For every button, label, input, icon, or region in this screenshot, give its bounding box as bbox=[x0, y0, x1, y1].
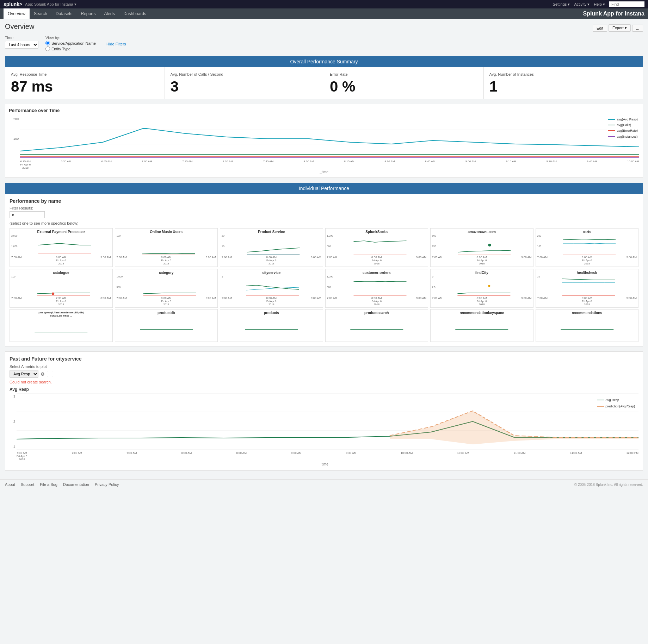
svg-point-4 bbox=[488, 244, 491, 246]
mini-chart-productdb[interactable]: productdb bbox=[115, 309, 218, 342]
chart-svg-amazonaws bbox=[437, 235, 532, 256]
instances-label: Avg. Number of Instances bbox=[489, 72, 637, 76]
filter-results-label: Filter Results: bbox=[10, 206, 638, 210]
edit-button[interactable]: Edit bbox=[593, 25, 607, 32]
mini-chart-findcity[interactable]: findCity 5 2.5 7:00 AM8:00 AM9:00 AM Fri… bbox=[430, 269, 533, 308]
view-options: Service/Application Name Entity Type bbox=[45, 41, 96, 51]
nav-datasets[interactable]: Datasets bbox=[51, 8, 76, 19]
mini-chart-customer-orders[interactable]: customer-orders 1,000 500 7:00 AM8:00 AM… bbox=[325, 269, 428, 308]
chart-svg-customer-orders bbox=[334, 275, 426, 296]
more-button[interactable]: ... bbox=[632, 25, 643, 32]
nav-alerts[interactable]: Alerts bbox=[100, 8, 119, 19]
nav-reports[interactable]: Reports bbox=[76, 8, 100, 19]
filter-input[interactable] bbox=[10, 211, 45, 218]
mini-charts-grid: External Payment Processor 2,000 1,000 7… bbox=[10, 228, 638, 308]
activity-menu[interactable]: Activity ▾ bbox=[574, 2, 590, 7]
y-axis-labels: 200 100 bbox=[9, 116, 19, 158]
export-button[interactable]: Export ▾ bbox=[609, 24, 631, 32]
metric-select-label: Select A metric to plot bbox=[10, 364, 638, 369]
chart-svg-external-payment bbox=[18, 235, 111, 256]
mini-chart-online-music[interactable]: Online Music Users 100 7:00 AM8:00 AM9:0… bbox=[115, 228, 218, 267]
nav-overview[interactable]: Overview bbox=[4, 8, 30, 19]
chart-svg-healthcheck bbox=[541, 275, 637, 296]
mini-chart-amazonaws[interactable]: amazonaws.com 500 250 7:00 AM8:00 AM9:00… bbox=[430, 228, 533, 267]
big-chart-x-title: _time bbox=[10, 462, 638, 466]
chart-svg-splunksocks bbox=[334, 235, 426, 256]
x-axis-labels: 6:15 AMFri Apr 62018 6:30 AM 6:45 AM 7:0… bbox=[9, 160, 639, 169]
mini-chart-carts[interactable]: carts 200 100 7:00 AM8:00 AM9:00 AM Fri … bbox=[536, 228, 639, 267]
app-name[interactable]: App: Splunk App for Instana ▾ bbox=[25, 2, 76, 7]
find-input[interactable] bbox=[609, 1, 644, 7]
mini-chart-products[interactable]: products bbox=[220, 309, 323, 342]
mini-chart-recommendationkeyspace[interactable]: recommendationkeyspace bbox=[430, 309, 533, 342]
settings-menu[interactable]: Settings ▾ bbox=[553, 2, 570, 7]
error-rate-value: 0 % bbox=[330, 79, 478, 94]
footer-privacy[interactable]: Privacy Policy bbox=[95, 482, 119, 487]
legend-prediction: prediction(Avg Resp) bbox=[597, 403, 635, 409]
mini-chart-category[interactable]: category 1,000 500 7:00 AM8:00 AM9:00 AM… bbox=[115, 269, 218, 308]
view-by-label: View by: bbox=[45, 36, 96, 40]
metric-select-row: Avg Resp ⚙ − bbox=[10, 370, 638, 378]
individual-performance-header: Individual Performance bbox=[5, 183, 643, 194]
avg-resp-label: Avg Resp bbox=[10, 387, 638, 392]
svg-point-6 bbox=[488, 285, 490, 287]
top-bar: splunk> App: Splunk App for Instana ▾ Se… bbox=[0, 0, 648, 8]
x-axis-title: _time bbox=[9, 170, 639, 174]
mini-chart-catalogue[interactable]: catalogue 100 7:00 AM7:30 AM8:00 AM Fri … bbox=[10, 269, 113, 308]
perf-card-instances: Avg. Number of Instances 1 bbox=[484, 67, 643, 99]
top-bar-right: Settings ▾ Activity ▾ Help ▾ bbox=[553, 1, 644, 7]
main-content: Overview Edit Export ▾ ... Time Last 4 h… bbox=[0, 19, 648, 479]
mini-chart-recommendations[interactable]: recommendations bbox=[536, 309, 639, 342]
mini-chart-product-service[interactable]: Product Service 20 10 7:00 AM8:00 AM9:00… bbox=[220, 228, 323, 267]
legend-avg-calls: avg(Calls) bbox=[608, 122, 638, 128]
footer-support[interactable]: Support bbox=[21, 482, 35, 487]
view-by-filter: View by: Service/Application Name Entity… bbox=[45, 36, 96, 51]
minus-button[interactable]: − bbox=[47, 371, 53, 377]
perf-card-error-rate: Error Rate 0 % bbox=[324, 67, 484, 99]
select-hint: (select one to see more specifics below) bbox=[10, 221, 638, 225]
filters-row: Time Last 4 hours View by: Service/Appli… bbox=[5, 36, 643, 51]
hide-filters-link[interactable]: Hide Filters bbox=[106, 42, 126, 46]
chart-svg-carts bbox=[542, 235, 637, 256]
nav-dashboards[interactable]: Dashboards bbox=[119, 8, 150, 19]
big-chart-area: Avg Resp prediction(Avg Resp) bbox=[17, 393, 638, 451]
metric-select[interactable]: Avg Resp bbox=[10, 370, 38, 378]
mini-chart-splunksocks[interactable]: SplunkSocks 1,000 500 7:00 AM8:00 AM9:00… bbox=[325, 228, 428, 267]
footer-about[interactable]: About bbox=[5, 482, 15, 487]
nav-search[interactable]: Search bbox=[30, 8, 51, 19]
big-chart-legend: Avg Resp prediction(Avg Resp) bbox=[597, 397, 635, 409]
footer-documentation[interactable]: Documentation bbox=[63, 482, 89, 487]
footer: About Support File a Bug Documentation P… bbox=[0, 479, 648, 489]
footer-links: About Support File a Bug Documentation P… bbox=[5, 482, 119, 487]
instances-value: 1 bbox=[489, 79, 637, 94]
overall-summary-header: Overall Performance Summary bbox=[5, 56, 643, 67]
view-entity-radio[interactable]: Entity Type bbox=[45, 46, 96, 51]
chart-area: avg(Avg Resp) avg(Calls) avg(ErrorRate) … bbox=[20, 116, 639, 159]
perf-summary: Avg. Response Time 87 ms Avg. Number of … bbox=[5, 67, 643, 99]
page-actions: Edit Export ▾ ... bbox=[593, 24, 643, 32]
mini-chart-healthcheck[interactable]: healthcheck 10 7:00 AM8:00 AM9:00 AM Fri… bbox=[536, 269, 639, 308]
mini-chart-postgresql[interactable]: postgresql://instanademo.clifgdhjcckop.u… bbox=[10, 309, 113, 342]
perf-card-avg-response: Avg. Response Time 87 ms bbox=[5, 67, 165, 99]
top-bar-left: splunk> App: Splunk App for Instana ▾ bbox=[4, 1, 76, 7]
error-message: Could not create search. bbox=[10, 380, 638, 384]
performance-chart-svg bbox=[20, 116, 639, 158]
time-select[interactable]: Last 4 hours bbox=[5, 41, 38, 49]
chart-legend: avg(Avg Resp) avg(Calls) avg(ErrorRate) … bbox=[607, 116, 639, 140]
perf-card-calls: Avg. Number of Calls / Second 3 bbox=[165, 67, 325, 99]
big-chart-container: 3 2 1 Avg Resp bbox=[10, 393, 638, 451]
mini-chart-cityservice[interactable]: cityservice 1 7:00 AM8:00 AM9:00 AM Fri … bbox=[220, 269, 323, 308]
chart-svg-cityservice bbox=[224, 275, 321, 296]
chart-svg-product-service bbox=[225, 235, 321, 256]
gear-icon[interactable]: ⚙ bbox=[41, 371, 45, 377]
big-chart-x-labels: 6:30 AMFri Apr 62018 7:00 AM 7:30 AM 8:0… bbox=[10, 451, 638, 461]
footer-file-bug[interactable]: File a Bug bbox=[40, 482, 57, 487]
nav-bar: Overview Search Datasets Reports Alerts … bbox=[0, 8, 648, 19]
mini-chart-external-payment[interactable]: External Payment Processor 2,000 1,000 7… bbox=[10, 228, 113, 267]
view-service-radio[interactable]: Service/Application Name bbox=[45, 41, 96, 45]
past-future-section: Past and Future for cityservice Select A… bbox=[5, 351, 643, 471]
time-label: Time bbox=[5, 36, 38, 40]
help-menu[interactable]: Help ▾ bbox=[594, 2, 605, 7]
mini-chart-productsearch[interactable]: productsearch bbox=[325, 309, 428, 342]
app-title: Splunk App for Instana bbox=[583, 11, 644, 17]
